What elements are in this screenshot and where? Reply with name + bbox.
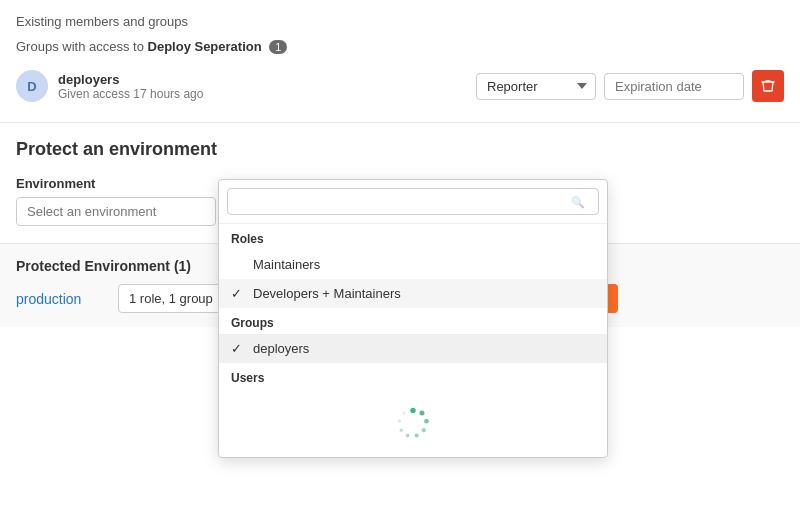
svg-point-8 — [402, 412, 405, 415]
role-select[interactable]: Reporter — [476, 73, 596, 100]
environment-input[interactable] — [16, 197, 216, 226]
deployers-label: deployers — [253, 341, 309, 356]
project-name: Deploy Seperation — [148, 39, 262, 54]
protect-env-section: Protect an environment Environment Allow… — [0, 123, 800, 244]
delete-member-button[interactable] — [752, 70, 784, 102]
svg-point-3 — [422, 428, 426, 432]
dropdown-item-dev-maintainers[interactable]: ✓ Developers + Maintainers — [219, 279, 607, 308]
trash-icon — [761, 79, 775, 93]
protect-env-title: Protect an environment — [16, 139, 784, 160]
section-heading: Existing members and groups — [16, 14, 784, 29]
dropdown-search-input[interactable] — [227, 188, 599, 215]
existing-members-section: Existing members and groups Groups with … — [0, 0, 800, 123]
member-count-badge: 1 — [269, 40, 287, 54]
expiry-date-input[interactable] — [604, 73, 744, 100]
member-time: Given access 17 hours ago — [58, 87, 466, 101]
loading-spinner — [395, 405, 431, 441]
users-group-label: Users — [219, 363, 607, 389]
page-container: Existing members and groups Groups with … — [0, 0, 800, 327]
dropdown-overlay: Roles Maintainers ✓ Developers + Maintai… — [218, 179, 608, 458]
groups-group-label: Groups — [219, 308, 607, 334]
dev-maintainers-label: Developers + Maintainers — [253, 286, 401, 301]
svg-point-1 — [419, 411, 424, 416]
maintainers-checkmark — [231, 257, 245, 272]
svg-point-5 — [406, 434, 410, 438]
svg-point-0 — [410, 408, 415, 413]
svg-point-2 — [424, 419, 429, 424]
deployers-checkmark: ✓ — [231, 341, 245, 356]
search-input-wrapper — [227, 188, 599, 215]
member-name: deployers — [58, 72, 466, 87]
dev-maintainers-checkmark: ✓ — [231, 286, 245, 301]
environment-label: Environment — [16, 176, 216, 191]
groups-with-access-label: Groups with access to Deploy Seperation … — [16, 39, 784, 54]
spinner-container — [219, 389, 607, 457]
dropdown-item-deployers[interactable]: ✓ deployers — [219, 334, 607, 363]
roles-group-label: Roles — [219, 224, 607, 250]
svg-point-6 — [400, 428, 403, 431]
dropdown-item-maintainers[interactable]: Maintainers — [219, 250, 607, 279]
member-controls: Reporter — [476, 70, 784, 102]
avatar: D — [16, 70, 48, 102]
svg-point-7 — [398, 420, 401, 423]
member-row: D deployers Given access 17 hours ago Re… — [16, 62, 784, 110]
env-name-link[interactable]: production — [16, 291, 106, 307]
svg-point-4 — [415, 434, 419, 438]
maintainers-label: Maintainers — [253, 257, 320, 272]
dropdown-search-area — [219, 180, 607, 224]
environment-field: Environment — [16, 176, 216, 226]
member-info: deployers Given access 17 hours ago — [58, 72, 466, 101]
